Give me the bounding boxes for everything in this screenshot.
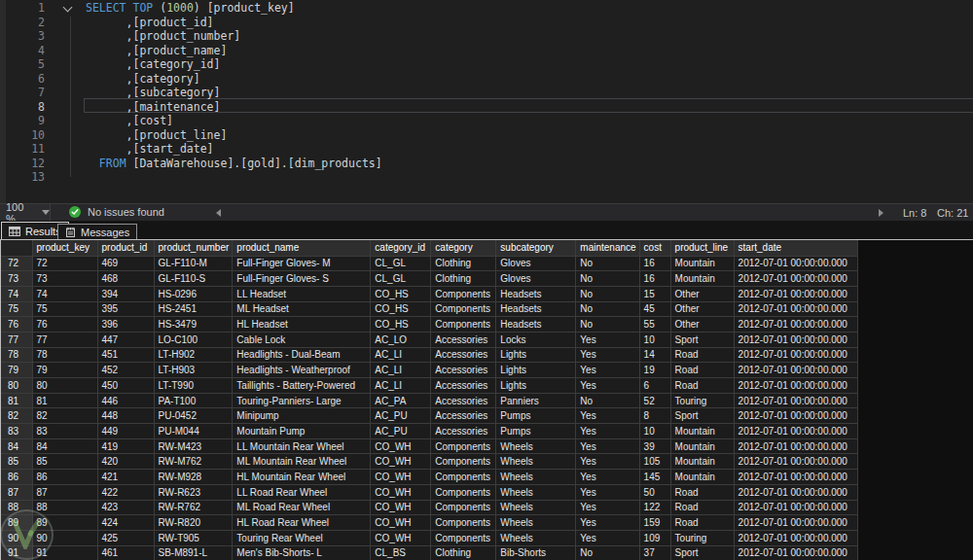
grid-cell[interactable]: 423 [97,500,154,515]
grid-cell[interactable]: 90 [32,530,97,545]
code-line[interactable]: ,[product_number] [86,29,382,44]
grid-cell[interactable]: CO_WH [371,454,431,470]
grid-cell[interactable]: CO_HS [371,286,431,301]
grid-cell[interactable]: Headlights - Weatherproof [233,363,371,378]
grid-cell[interactable]: Headsets [496,301,576,317]
grid-cell[interactable]: Accessories [431,378,496,394]
grid-cell[interactable]: Wheels [496,530,576,545]
code-line[interactable] [86,170,382,185]
grid-cell[interactable]: AC_LI [371,347,431,363]
code-line[interactable]: ,[maintenance] [86,100,382,115]
grid-cell[interactable]: Minipump [233,408,371,424]
grid-cell[interactable]: Bib-Shorts [496,545,576,560]
grid-cell[interactable]: Yes [576,332,639,347]
grid-cell[interactable]: Cable Lock [233,332,371,347]
grid-cell[interactable]: Accessories [431,347,496,363]
fold-chevron-icon[interactable] [63,3,73,13]
grid-cell[interactable]: Accessories [431,363,496,378]
line-number[interactable]: 11 [0,142,45,157]
grid-cell[interactable]: ML Road Rear Wheel [233,500,371,515]
grid-cell[interactable]: AC_PA [371,393,431,408]
grid-cell[interactable]: Headlights - Dual-Beam [233,347,371,363]
grid-cell[interactable]: 2012-07-01 00:00:00.000 [734,530,857,545]
row-header[interactable]: 75 [1,301,32,317]
grid-cell[interactable]: 88 [32,500,97,515]
line-number[interactable]: 10 [0,128,45,143]
grid-cell[interactable]: HL Road Rear Wheel [233,515,371,531]
code-line[interactable]: ,[category_id] [86,57,382,72]
health-indicator[interactable]: No issues found [69,206,164,218]
grid-cell[interactable]: AC_LO [371,332,431,347]
grid-cell[interactable]: No [576,545,639,560]
grid-cell[interactable]: AC_PU [371,424,431,439]
grid-cell[interactable]: Components [431,530,496,545]
grid-cell[interactable]: 84 [32,438,97,454]
line-number[interactable]: 9 [0,114,45,128]
grid-cell[interactable]: 16 [639,271,670,287]
grid-cell[interactable]: ML Headset [233,301,371,317]
grid-cell[interactable]: 85 [32,454,97,470]
grid-cell[interactable]: Touring Rear Wheel [233,530,371,545]
row-header[interactable]: 80 [1,378,32,394]
line-number[interactable]: 2 [0,16,45,30]
column-header-product_id[interactable]: product_id [97,240,154,256]
code-line[interactable]: ,[subcategory] [86,86,382,100]
grid-cell[interactable]: 2012-07-01 00:00:00.000 [734,301,857,317]
grid-cell[interactable]: 109 [639,530,670,545]
grid-cell[interactable]: 468 [97,271,154,287]
grid-cell[interactable]: Wheels [496,515,576,531]
grid-cell[interactable]: Other [670,317,734,332]
grid-cell[interactable]: LL Road Rear Wheel [233,484,371,500]
grid-cell[interactable]: Components [431,438,496,454]
grid-cell[interactable]: CL_GL [371,256,431,271]
code-line[interactable]: ,[product_id] [86,16,382,30]
grid-cell[interactable]: 81 [32,393,97,408]
grid-cell[interactable]: Mountain [670,438,734,454]
grid-cell[interactable]: 145 [639,470,670,485]
grid-cell[interactable]: 19 [639,363,670,378]
grid-cell[interactable]: 16 [639,256,670,271]
grid-cell[interactable]: CL_BS [371,545,431,560]
grid-cell[interactable]: 86 [32,470,97,485]
grid-cell[interactable]: HS-2451 [154,301,233,317]
grid-cell[interactable]: Yes [576,408,639,424]
column-header-subcategory[interactable]: subcategory [496,240,576,256]
grid-cell[interactable]: LL Mountain Rear Wheel [233,438,371,454]
line-number[interactable]: 4 [0,44,45,58]
grid-cell[interactable]: Sport [670,332,734,347]
horizontal-scrollbar[interactable] [212,204,889,221]
grid-cell[interactable]: 2012-07-01 00:00:00.000 [734,515,857,531]
grid-cell[interactable]: Components [431,317,496,332]
grid-cell[interactable]: 420 [97,454,154,470]
grid-cell[interactable]: Lights [496,378,576,394]
grid-cell[interactable]: Yes [576,470,639,485]
grid-cell[interactable]: 2012-07-01 00:00:00.000 [734,424,857,439]
grid-cell[interactable]: Wheels [496,454,576,470]
grid-cell[interactable]: 2012-07-01 00:00:00.000 [734,470,857,485]
row-header[interactable]: 81 [1,393,32,408]
grid-cell[interactable]: Men's Bib-Shorts- L [233,545,371,560]
grid-cell[interactable]: 452 [97,363,154,378]
grid-cell[interactable]: Taillights - Battery-Powered [233,378,371,394]
grid-cell[interactable]: LT-H903 [154,363,233,378]
line-number[interactable]: 5 [0,57,45,72]
grid-cell[interactable]: Full-Finger Gloves- M [233,256,371,271]
grid-cell[interactable]: 45 [639,301,670,317]
row-header[interactable]: 82 [1,408,32,424]
grid-cell[interactable]: Yes [576,378,639,394]
grid-cell[interactable]: 52 [639,393,670,408]
grid-cell[interactable]: CL_GL [371,271,431,287]
row-header[interactable]: 74 [1,286,32,301]
grid-cell[interactable]: Wheels [496,484,576,500]
grid-cell[interactable]: 15 [639,286,670,301]
grid-cell[interactable]: RW-R762 [154,500,233,515]
grid-cell[interactable]: 6 [639,378,670,394]
column-header-product_name[interactable]: product_name [233,240,371,256]
row-header[interactable]: 88 [1,500,32,515]
grid-cell[interactable]: 37 [639,545,670,560]
grid-cell[interactable]: No [576,286,639,301]
grid-cell[interactable]: Full-Finger Gloves- S [233,271,371,287]
grid-cell[interactable]: Road [670,515,734,531]
grid-cell[interactable]: 55 [639,317,670,332]
grid-cell[interactable]: 421 [97,470,154,485]
